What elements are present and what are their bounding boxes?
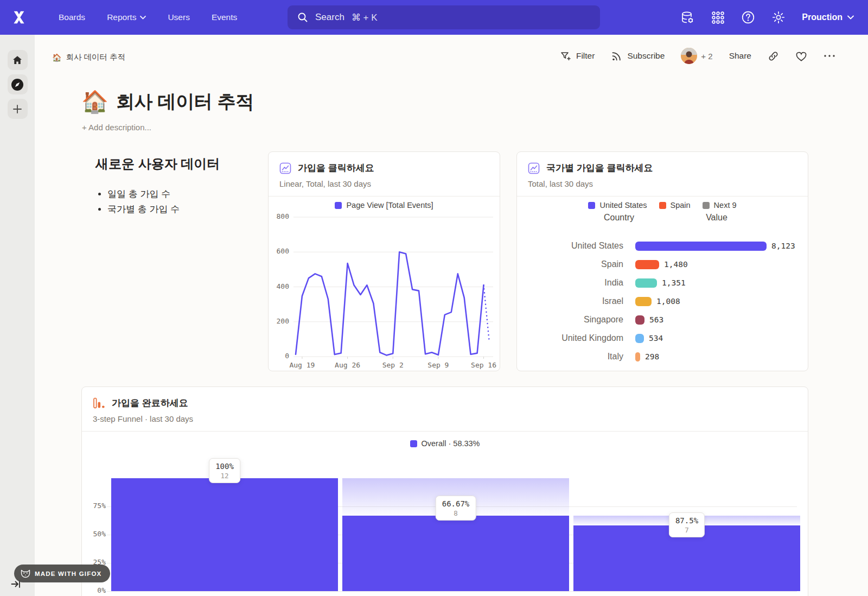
funnel-bar[interactable] bbox=[111, 478, 338, 591]
filter-button[interactable]: Filter bbox=[560, 50, 595, 62]
value-bar[interactable] bbox=[635, 352, 640, 362]
y-tick-label: 400 bbox=[270, 282, 289, 290]
funnel-step-tooltip: 100%12 bbox=[209, 458, 240, 483]
mixpanel-logo-icon[interactable] bbox=[10, 8, 28, 27]
table-row[interactable]: Singapore563 bbox=[528, 310, 802, 329]
country-bar-chart-card[interactable]: 국가별 가입을 클릭하세요 Total, last 30 days United… bbox=[516, 151, 808, 371]
share-button[interactable]: Share bbox=[729, 51, 751, 61]
filter-funnel-icon bbox=[560, 50, 571, 62]
country-label: Singapore bbox=[528, 315, 623, 325]
logo-x-glyph bbox=[11, 9, 27, 26]
left-sidebar bbox=[0, 35, 35, 596]
nav-users[interactable]: Users bbox=[168, 12, 189, 22]
value-bar[interactable] bbox=[635, 260, 659, 269]
legend-item[interactable]: Page View [Total Events] bbox=[335, 201, 433, 210]
data-management-icon[interactable] bbox=[680, 10, 694, 24]
y-tick-label: 600 bbox=[270, 247, 289, 255]
text-widget-list: 일일 총 가입 수 국가별 총 가입 수 bbox=[107, 187, 220, 217]
table-row[interactable]: Israel1,008 bbox=[528, 292, 802, 310]
copy-link-button[interactable] bbox=[768, 50, 779, 62]
ellipsis-icon bbox=[824, 54, 835, 58]
legend-swatch bbox=[588, 202, 595, 209]
value-bar[interactable] bbox=[635, 315, 644, 325]
table-row-clipped bbox=[528, 366, 802, 371]
legend-item[interactable]: Spain bbox=[659, 201, 691, 210]
table-row[interactable]: Italy298 bbox=[528, 347, 802, 366]
line-chart-card[interactable]: 가입을 클릭하세요 Linear, Total, last 30 days Pa… bbox=[268, 151, 500, 371]
country-label: Spain bbox=[528, 259, 623, 269]
project-switcher[interactable]: Prouction bbox=[802, 12, 854, 22]
search-placeholder: Search bbox=[315, 12, 344, 23]
chevron-down-icon bbox=[140, 16, 146, 20]
discover-button[interactable] bbox=[8, 74, 28, 94]
table-row[interactable]: United States8,123 bbox=[528, 237, 802, 255]
add-description-link[interactable]: + Add description... bbox=[82, 123, 151, 132]
legend-item[interactable]: United States bbox=[588, 201, 647, 210]
card-title[interactable]: 가입을 클릭하세요 bbox=[298, 162, 374, 174]
help-icon[interactable] bbox=[741, 10, 755, 24]
apps-grid-icon[interactable] bbox=[711, 10, 725, 24]
primary-nav: Boards Reports Users Events bbox=[59, 12, 237, 22]
legend-swatch bbox=[335, 202, 342, 209]
funnel-bar[interactable] bbox=[342, 516, 569, 591]
country-label: United Kingdom bbox=[528, 333, 623, 343]
funnel-step-tooltip: 66.67%8 bbox=[436, 496, 476, 521]
settings-gear-icon[interactable] bbox=[771, 10, 786, 24]
step-conversion-pct: 66.67% bbox=[442, 499, 470, 508]
page-title-text[interactable]: 회사 데이터 추적 bbox=[116, 90, 254, 115]
subscribe-button[interactable]: Subscribe bbox=[611, 50, 665, 62]
value-bar[interactable] bbox=[635, 242, 767, 251]
breadcrumb-title: 회사 데이터 추적 bbox=[66, 52, 125, 62]
rss-icon bbox=[611, 50, 622, 62]
funnel-chart-card[interactable]: 가입을 완료하세요 3-step Funnel · last 30 days O… bbox=[81, 386, 808, 596]
funnel-plot[interactable]: 100%1266.67%887.5%7 bbox=[111, 387, 800, 596]
text-widget[interactable]: 새로운 사용자 데이터 일일 총 가입 수 국가별 총 가입 수 bbox=[95, 155, 220, 217]
value-label: 1,480 bbox=[664, 260, 688, 269]
table-row[interactable]: United Kingdom534 bbox=[528, 329, 802, 347]
page-title-emoji: 🏠 bbox=[81, 89, 108, 115]
legend-swatch bbox=[659, 202, 666, 209]
project-name: Prouction bbox=[802, 12, 843, 22]
top-navbar: Boards Reports Users Events Search ⌘ + K bbox=[0, 0, 868, 35]
y-tick-label: 200 bbox=[270, 317, 289, 325]
text-widget-heading: 새로운 사용자 데이터 bbox=[95, 155, 220, 173]
funnel-step-tooltip: 87.5%7 bbox=[669, 512, 705, 537]
gifox-watermark: MADE WITH GIFOX bbox=[14, 565, 110, 582]
value-label: 563 bbox=[649, 315, 663, 324]
card-title[interactable]: 국가별 가입을 클릭하세요 bbox=[546, 162, 653, 174]
nav-events[interactable]: Events bbox=[212, 12, 237, 22]
value-bar[interactable] bbox=[635, 334, 644, 343]
app-window: Boards Reports Users Events Search ⌘ + K bbox=[0, 0, 868, 596]
more-options-button[interactable] bbox=[824, 54, 835, 58]
search-input[interactable]: Search ⌘ + K bbox=[288, 5, 600, 29]
table-row[interactable]: Spain1,480 bbox=[528, 255, 802, 274]
country-label: United States bbox=[528, 241, 623, 251]
value-bar[interactable] bbox=[635, 297, 652, 306]
step-conversion-pct: 100% bbox=[215, 462, 234, 471]
value-bar bbox=[635, 371, 640, 372]
fox-icon bbox=[21, 569, 30, 578]
value-bar[interactable] bbox=[635, 278, 657, 288]
nav-boards[interactable]: Boards bbox=[59, 12, 85, 22]
collaborators[interactable]: + 2 bbox=[681, 48, 712, 64]
country-label: India bbox=[528, 278, 623, 288]
nav-reports[interactable]: Reports bbox=[107, 12, 146, 22]
country-label: Israel bbox=[528, 296, 623, 306]
search-shortcut: ⌘ + K bbox=[352, 12, 378, 23]
board-emoji: 🏠 bbox=[52, 53, 61, 62]
legend-item[interactable]: Next 9 bbox=[703, 201, 737, 210]
favorite-button[interactable] bbox=[795, 50, 807, 62]
list-item: 일일 총 가입 수 bbox=[107, 187, 220, 202]
table-row[interactable]: India1,351 bbox=[528, 274, 802, 292]
chart-legend: Page View [Total Events] bbox=[269, 201, 500, 210]
line-chart-plot[interactable] bbox=[292, 211, 494, 364]
home-button[interactable] bbox=[8, 50, 28, 70]
collaborator-avatar bbox=[681, 48, 697, 64]
compass-icon bbox=[11, 78, 24, 91]
breadcrumb[interactable]: 🏠 회사 데이터 추적 bbox=[52, 52, 125, 62]
country-label: Italy bbox=[528, 352, 623, 362]
list-item: 국가별 총 가입 수 bbox=[107, 202, 220, 217]
step-conversion-pct: 87.5% bbox=[675, 516, 698, 525]
home-icon bbox=[12, 55, 23, 66]
add-board-button[interactable] bbox=[8, 99, 28, 119]
